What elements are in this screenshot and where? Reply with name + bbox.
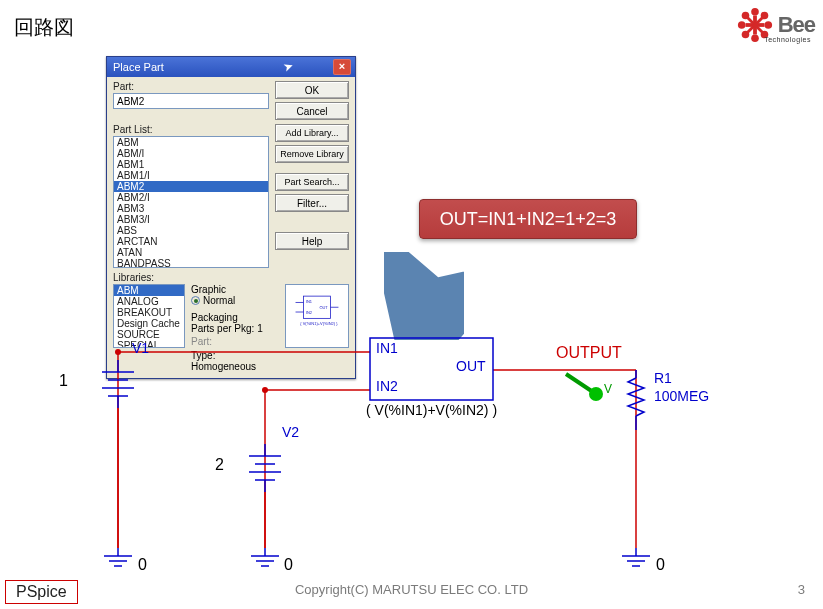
v2-value: 2 (215, 456, 224, 474)
voltage-marker-label: V (604, 382, 612, 396)
svg-point-45 (589, 387, 603, 401)
slide: { "title": "回路図", "logo": { "text": "Bee… (0, 0, 823, 609)
gnd-label-2: 0 (284, 556, 293, 574)
gnd-label-1: 0 (138, 556, 147, 574)
v1-name: V1 (132, 340, 149, 356)
r1-name: R1 (654, 370, 672, 386)
copyright-text: Copyright(C) MARUTSU ELEC CO. LTD (0, 582, 823, 597)
abm-out-label: OUT (456, 358, 486, 374)
svg-point-28 (262, 387, 268, 393)
output-net-label: OUTPUT (556, 344, 622, 362)
page-number: 3 (798, 582, 805, 597)
abm-in1-label: IN1 (376, 340, 398, 356)
abm-expression: ( V(%IN1)+V(%IN2) ) (366, 402, 497, 418)
schematic (0, 0, 823, 609)
v2-name: V2 (282, 424, 299, 440)
svg-point-27 (115, 349, 121, 355)
gnd-label-3: 0 (656, 556, 665, 574)
abm-in2-label: IN2 (376, 378, 398, 394)
r1-value: 100MEG (654, 388, 709, 404)
v1-value: 1 (59, 372, 68, 390)
